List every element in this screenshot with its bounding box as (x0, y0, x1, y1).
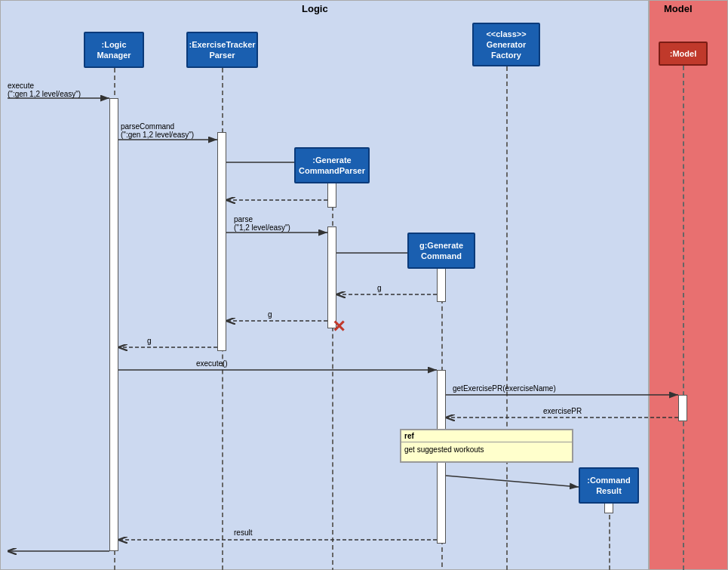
msg-get-exercise: getExercisePR(exerciseName) (453, 384, 556, 393)
msg-result: result (234, 528, 252, 537)
model-label: Model (664, 3, 693, 14)
msg-exercise-pr: exercisePR (543, 407, 582, 415)
lifeline-box-gc: g:GenerateCommand (407, 233, 475, 269)
lifeline-box-gcp: :GenerateCommandParser (294, 147, 370, 183)
lifeline-box-parser: :ExerciseTrackerParser (186, 32, 258, 68)
lifeline-gf (506, 66, 508, 570)
activation-logic-manager (109, 98, 118, 551)
lifeline-box-model: :Model (659, 42, 708, 66)
lifeline-box-logic-manager: :LogicManager (84, 32, 144, 68)
lifeline-box-command-result: :CommandResult (579, 467, 639, 504)
msg-parse-command: parseCommand(":gen 1,2 level/easy") (121, 122, 194, 139)
msg-g-return3: g (147, 337, 152, 345)
ref-body: get suggested workouts (401, 442, 572, 457)
activation-parser (217, 132, 226, 351)
msg-execute2: execute() (196, 359, 228, 368)
logic-label: Logic (302, 3, 328, 14)
msg-parse: parse("1,2 level/easy") (234, 215, 290, 232)
region-logic (0, 0, 649, 570)
msg-g-return2: g (268, 310, 272, 319)
activation-model (678, 395, 687, 421)
lifeline-model (683, 66, 684, 570)
ref-box: ref get suggested workouts (400, 429, 573, 463)
ref-label: ref (401, 430, 572, 442)
region-model (649, 0, 728, 570)
destruction-marker: ✕ (332, 317, 346, 337)
diagram-container: Logic Model :LogicManager :ExerciseTrack… (0, 0, 728, 570)
lifeline-box-generator-factory: <<class>>GeneratorFactory (472, 23, 540, 66)
activation-gcp-2 (327, 226, 336, 328)
msg-execute: execute(":gen 1,2 level/easy") (8, 82, 81, 98)
msg-g-return1: g (377, 284, 382, 292)
